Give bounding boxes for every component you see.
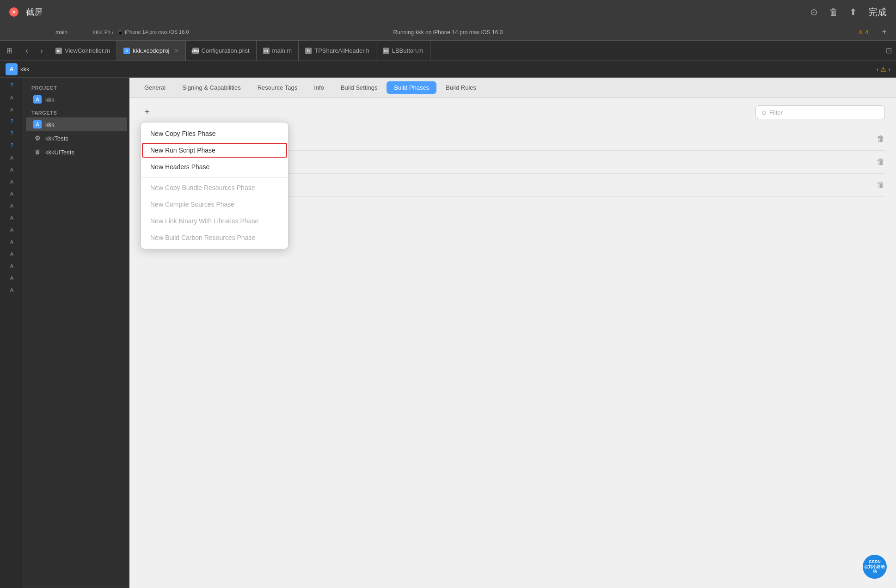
tab-label: LBButton.m	[392, 47, 423, 54]
share-icon[interactable]: ⬆	[849, 6, 857, 18]
scheme-selector: KKK-P1 / 📱 iPhone 14 pro max iOS 16.0	[92, 29, 189, 35]
content-tab-bar: General Signing & Capabilities Resource …	[129, 78, 896, 98]
margin-a9: A	[10, 224, 13, 236]
project-section-title: PROJECT	[24, 81, 129, 92]
margin-a13: A	[10, 272, 13, 284]
title-bar: 截屏 ⊙ 🗑 ⬆ 完成	[0, 0, 896, 24]
question-icon-top[interactable]: ?	[10, 82, 13, 89]
csdn-watermark: CSDN@刘小路哈哈	[863, 555, 887, 579]
menu-item-headers[interactable]: New Headers Phase	[141, 159, 288, 175]
forward-button[interactable]: ›	[35, 44, 48, 57]
menu-separator	[141, 177, 288, 178]
tab-xcodeproj[interactable]: A kkk.xcodeproj ✕	[117, 41, 185, 61]
tab-resource-tags[interactable]: Resource Tags	[250, 81, 305, 94]
tab-label: main.m	[272, 47, 292, 54]
tab-close-icon[interactable]: ✕	[174, 48, 179, 54]
gear-icon: ⚙	[33, 134, 42, 142]
margin-q2: ?	[10, 128, 13, 140]
margin-a2: A	[10, 104, 13, 116]
sidebar-item-kkktests[interactable]: ⚙ kkkTests	[26, 131, 127, 145]
tab-build-rules[interactable]: Build Rules	[438, 81, 484, 94]
breadcrumb-back-icon[interactable]: ‹	[877, 66, 879, 73]
tab-signing[interactable]: Signing & Capabilities	[175, 81, 248, 94]
warning-badge: ⚠ 4	[858, 29, 868, 36]
delete-phase-button[interactable]: 🗑	[877, 134, 885, 144]
menu-item-copy-bundle: New Copy Bundle Resources Phase	[141, 179, 288, 196]
back-button[interactable]: ‹	[20, 44, 33, 57]
margin-a12: A	[10, 260, 13, 272]
breadcrumb-bar: A kkk ‹ ⚠ ›	[0, 61, 896, 78]
tab-label: kkk.xcodeproj	[133, 47, 169, 54]
add-phase-button[interactable]: +	[141, 105, 153, 118]
done-button[interactable]: 完成	[868, 6, 887, 18]
filter-label: Filter	[769, 109, 783, 116]
margin-a11: A	[10, 248, 13, 260]
tab-build-phases[interactable]: Build Phases	[387, 81, 436, 94]
target-kkktests-label: kkkTests	[45, 135, 68, 142]
breadcrumb-label: kkk	[20, 66, 30, 73]
margin-q1: ?	[10, 116, 13, 128]
menu-item-run-script[interactable]: New Run Script Phase	[141, 142, 288, 159]
margin-q3: ?	[10, 140, 13, 152]
content-body: + ⊙ Filter New Copy Files Phase New Run …	[129, 98, 896, 588]
delete-phase-button-3[interactable]: 🗑	[877, 180, 885, 190]
margin-a10: A	[10, 236, 13, 248]
add-tab-button[interactable]: +	[882, 27, 887, 37]
breadcrumb-forward-icon[interactable]: ›	[888, 66, 890, 73]
project-tab: main	[55, 29, 68, 36]
margin-a1: A	[10, 92, 13, 104]
target-kkk-label: kkk	[45, 121, 55, 128]
margin-a6: A	[10, 188, 13, 200]
h-icon: h	[305, 48, 312, 54]
menu-item-link-binary: New Link Binary With Libraries Phase	[141, 213, 288, 229]
m-icon: m	[55, 48, 62, 54]
sidebar-item-project[interactable]: A kkk	[26, 92, 127, 106]
menu-item-copy-files[interactable]: New Copy Files Phase	[141, 125, 288, 142]
trash-icon[interactable]: 🗑	[829, 7, 838, 18]
menu-item-build-carbon: New Build Carbon Resources Phase	[141, 229, 288, 246]
project-icon: A	[6, 63, 18, 75]
title-bar-actions: ⊙ 🗑 ⬆ 完成	[810, 6, 887, 18]
menu-item-compile-sources: New Compile Sources Phase	[141, 196, 288, 213]
project-name: kkk	[45, 96, 55, 103]
grid-view-button[interactable]: ⊞	[2, 43, 17, 58]
delete-phase-button-2[interactable]: 🗑	[877, 157, 885, 167]
close-button[interactable]	[9, 7, 18, 17]
margin-a4: A	[10, 164, 13, 176]
target-kkkuitests-label: kkkUITests	[45, 149, 74, 156]
m3-icon: m	[383, 48, 389, 54]
tab-info[interactable]: Info	[307, 81, 331, 94]
tab-lbbutton[interactable]: m LBButton.m	[376, 41, 430, 61]
breadcrumb-navigation: ‹ ⚠ ›	[877, 66, 890, 73]
sidebar-item-kkkuitests[interactable]: 🖥 kkkUITests	[26, 145, 127, 159]
tab-build-settings[interactable]: Build Settings	[333, 81, 385, 94]
person-icon[interactable]: ⊙	[810, 6, 818, 18]
filter-search-icon: ⊙	[761, 109, 767, 116]
tab-label: ViewController.m	[65, 47, 110, 54]
left-margin: ? A A ? ? ? A A A A A A A A A A A A	[0, 78, 24, 588]
tab-main[interactable]: m main.m	[257, 41, 299, 61]
warning-triangle-icon: ⚠	[880, 66, 886, 73]
run-status: Running kkk on iPhone 14 pro max iOS 16.…	[393, 29, 503, 36]
margin-a14: A	[10, 284, 13, 296]
tab-tpshare[interactable]: h TPShareAllHeader.h	[299, 41, 376, 61]
tab-general[interactable]: General	[137, 81, 173, 94]
editor-tab-bar: ⊞ ‹ › m ViewController.m A kkk.xcodeproj…	[0, 41, 896, 61]
add-phase-dropdown: New Copy Files Phase New Run Script Phas…	[141, 122, 288, 249]
m2-icon: m	[263, 48, 270, 54]
split-editor-button[interactable]: ⊡	[881, 43, 896, 58]
targets-section-title: TARGETS	[24, 106, 129, 117]
margin-a8: A	[10, 212, 13, 224]
project-a-icon: A	[33, 95, 42, 104]
sidebar-item-kkk[interactable]: A kkk	[26, 117, 127, 131]
content-area: General Signing & Capabilities Resource …	[129, 78, 896, 588]
build-phases-filter[interactable]: ⊙ Filter	[755, 105, 885, 119]
sidebar: PROJECT A kkk TARGETS A kkk ⚙ kkkTests 🖥…	[24, 78, 129, 588]
title-bar-title: 截屏	[26, 6, 43, 18]
plist-icon: plist	[192, 48, 199, 54]
tab-label: TPShareAllHeader.h	[314, 47, 369, 54]
main-layout: ? A A ? ? ? A A A A A A A A A A A A PROJ…	[0, 78, 896, 588]
a-icon: A	[123, 48, 130, 54]
tab-configuration[interactable]: plist Configuration.plist	[186, 41, 257, 61]
tab-viewcontroller[interactable]: m ViewController.m	[49, 41, 117, 61]
